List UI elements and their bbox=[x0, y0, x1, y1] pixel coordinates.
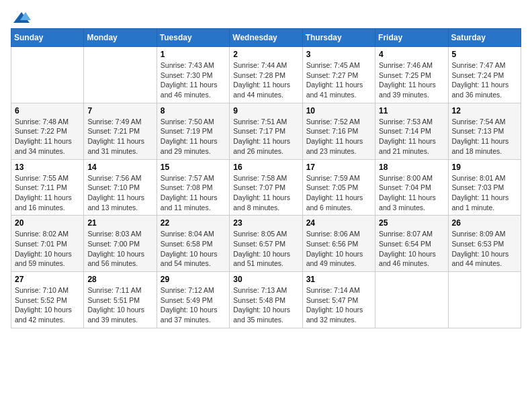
calendar-cell bbox=[375, 272, 448, 328]
day-number: 9 bbox=[233, 106, 298, 116]
calendar-cell: 15Sunrise: 7:57 AM Sunset: 7:08 PM Dayli… bbox=[157, 159, 229, 216]
day-info: Sunrise: 7:12 AM Sunset: 5:49 PM Dayligh… bbox=[161, 285, 226, 325]
day-info: Sunrise: 7:14 AM Sunset: 5:47 PM Dayligh… bbox=[306, 285, 371, 325]
day-info: Sunrise: 7:44 AM Sunset: 7:28 PM Dayligh… bbox=[233, 60, 298, 100]
day-number: 16 bbox=[233, 163, 298, 172]
day-number: 27 bbox=[15, 275, 80, 284]
page-header bbox=[11, 11, 521, 21]
calendar-cell: 21Sunrise: 8:03 AM Sunset: 7:00 PM Dayli… bbox=[84, 216, 157, 272]
calendar-week-row: 6Sunrise: 7:48 AM Sunset: 7:22 PM Daylig… bbox=[11, 103, 521, 159]
calendar-cell: 17Sunrise: 7:59 AM Sunset: 7:05 PM Dayli… bbox=[302, 159, 375, 216]
weekday-header: Friday bbox=[375, 29, 448, 47]
weekday-header: Tuesday bbox=[157, 29, 229, 47]
day-info: Sunrise: 7:10 AM Sunset: 5:52 PM Dayligh… bbox=[15, 285, 80, 325]
calendar-cell: 10Sunrise: 7:52 AM Sunset: 7:16 PM Dayli… bbox=[302, 103, 375, 159]
calendar-cell: 18Sunrise: 8:00 AM Sunset: 7:04 PM Dayli… bbox=[375, 159, 448, 216]
day-number: 17 bbox=[306, 163, 371, 172]
calendar-cell: 31Sunrise: 7:14 AM Sunset: 5:47 PM Dayli… bbox=[302, 272, 375, 328]
calendar-cell: 28Sunrise: 7:11 AM Sunset: 5:51 PM Dayli… bbox=[84, 272, 157, 328]
weekday-header: Thursday bbox=[302, 29, 375, 47]
day-number: 30 bbox=[233, 275, 298, 284]
calendar-cell: 5Sunrise: 7:47 AM Sunset: 7:24 PM Daylig… bbox=[448, 47, 521, 103]
calendar-cell: 1Sunrise: 7:43 AM Sunset: 7:30 PM Daylig… bbox=[157, 47, 229, 103]
day-number: 24 bbox=[306, 218, 371, 228]
calendar-header-row: SundayMondayTuesdayWednesdayThursdayFrid… bbox=[11, 29, 521, 47]
day-info: Sunrise: 7:13 AM Sunset: 5:48 PM Dayligh… bbox=[233, 285, 298, 325]
calendar-cell bbox=[448, 272, 521, 328]
day-number: 20 bbox=[15, 218, 80, 228]
calendar-cell: 13Sunrise: 7:55 AM Sunset: 7:11 PM Dayli… bbox=[11, 159, 84, 216]
weekday-header: Sunday bbox=[11, 29, 84, 47]
day-number: 5 bbox=[452, 50, 517, 59]
day-number: 10 bbox=[306, 106, 371, 116]
day-number: 22 bbox=[161, 218, 226, 228]
calendar-cell: 23Sunrise: 8:05 AM Sunset: 6:57 PM Dayli… bbox=[230, 216, 302, 272]
calendar-cell: 20Sunrise: 8:02 AM Sunset: 7:01 PM Dayli… bbox=[11, 216, 84, 272]
day-info: Sunrise: 8:06 AM Sunset: 6:56 PM Dayligh… bbox=[306, 229, 371, 269]
day-number: 6 bbox=[15, 106, 80, 116]
day-number: 18 bbox=[379, 163, 444, 172]
calendar-cell: 7Sunrise: 7:49 AM Sunset: 7:21 PM Daylig… bbox=[84, 103, 157, 159]
weekday-header: Saturday bbox=[448, 29, 521, 47]
day-number: 19 bbox=[452, 163, 517, 172]
logo bbox=[11, 11, 31, 21]
day-number: 11 bbox=[379, 106, 444, 116]
day-number: 23 bbox=[233, 218, 298, 228]
calendar-cell: 16Sunrise: 7:58 AM Sunset: 7:07 PM Dayli… bbox=[230, 159, 302, 216]
calendar-cell: 8Sunrise: 7:50 AM Sunset: 7:19 PM Daylig… bbox=[157, 103, 229, 159]
day-number: 21 bbox=[87, 218, 152, 228]
day-number: 13 bbox=[15, 163, 80, 172]
day-number: 4 bbox=[379, 50, 444, 59]
calendar-table: SundayMondayTuesdayWednesdayThursdayFrid… bbox=[11, 28, 521, 328]
day-number: 8 bbox=[161, 106, 226, 116]
day-number: 29 bbox=[161, 275, 226, 284]
calendar-cell bbox=[11, 47, 84, 103]
calendar-cell: 24Sunrise: 8:06 AM Sunset: 6:56 PM Dayli… bbox=[302, 216, 375, 272]
day-info: Sunrise: 8:05 AM Sunset: 6:57 PM Dayligh… bbox=[233, 229, 298, 269]
day-info: Sunrise: 8:03 AM Sunset: 7:00 PM Dayligh… bbox=[87, 229, 152, 269]
day-number: 3 bbox=[306, 50, 371, 59]
day-info: Sunrise: 7:11 AM Sunset: 5:51 PM Dayligh… bbox=[87, 285, 152, 325]
day-info: Sunrise: 7:55 AM Sunset: 7:11 PM Dayligh… bbox=[15, 173, 80, 213]
calendar-cell: 29Sunrise: 7:12 AM Sunset: 5:49 PM Dayli… bbox=[157, 272, 229, 328]
day-number: 26 bbox=[452, 218, 517, 228]
calendar-cell: 6Sunrise: 7:48 AM Sunset: 7:22 PM Daylig… bbox=[11, 103, 84, 159]
calendar-cell: 26Sunrise: 8:09 AM Sunset: 6:53 PM Dayli… bbox=[448, 216, 521, 272]
calendar-cell: 12Sunrise: 7:54 AM Sunset: 7:13 PM Dayli… bbox=[448, 103, 521, 159]
calendar-week-row: 13Sunrise: 7:55 AM Sunset: 7:11 PM Dayli… bbox=[11, 159, 521, 216]
calendar-cell bbox=[84, 47, 157, 103]
calendar-week-row: 1Sunrise: 7:43 AM Sunset: 7:30 PM Daylig… bbox=[11, 47, 521, 103]
calendar-cell: 11Sunrise: 7:53 AM Sunset: 7:14 PM Dayli… bbox=[375, 103, 448, 159]
day-info: Sunrise: 8:01 AM Sunset: 7:03 PM Dayligh… bbox=[452, 173, 517, 213]
day-info: Sunrise: 8:07 AM Sunset: 6:54 PM Dayligh… bbox=[379, 229, 444, 269]
calendar-week-row: 20Sunrise: 8:02 AM Sunset: 7:01 PM Dayli… bbox=[11, 216, 521, 272]
day-info: Sunrise: 8:02 AM Sunset: 7:01 PM Dayligh… bbox=[15, 229, 80, 269]
calendar-cell: 9Sunrise: 7:51 AM Sunset: 7:17 PM Daylig… bbox=[230, 103, 302, 159]
day-info: Sunrise: 8:04 AM Sunset: 6:58 PM Dayligh… bbox=[161, 229, 226, 269]
day-info: Sunrise: 8:09 AM Sunset: 6:53 PM Dayligh… bbox=[452, 229, 517, 269]
day-info: Sunrise: 7:57 AM Sunset: 7:08 PM Dayligh… bbox=[161, 173, 226, 213]
day-info: Sunrise: 8:00 AM Sunset: 7:04 PM Dayligh… bbox=[379, 173, 444, 213]
weekday-header: Wednesday bbox=[230, 29, 302, 47]
day-number: 14 bbox=[87, 163, 152, 172]
day-number: 31 bbox=[306, 275, 371, 284]
calendar-cell: 25Sunrise: 8:07 AM Sunset: 6:54 PM Dayli… bbox=[375, 216, 448, 272]
day-number: 25 bbox=[379, 218, 444, 228]
day-number: 2 bbox=[233, 50, 298, 59]
day-info: Sunrise: 7:45 AM Sunset: 7:27 PM Dayligh… bbox=[306, 60, 371, 100]
day-info: Sunrise: 7:51 AM Sunset: 7:17 PM Dayligh… bbox=[233, 117, 298, 156]
day-number: 28 bbox=[87, 275, 152, 284]
day-number: 7 bbox=[87, 106, 152, 116]
day-info: Sunrise: 7:48 AM Sunset: 7:22 PM Dayligh… bbox=[15, 117, 80, 156]
logo-icon bbox=[12, 11, 31, 24]
day-info: Sunrise: 7:59 AM Sunset: 7:05 PM Dayligh… bbox=[306, 173, 371, 213]
calendar-cell: 27Sunrise: 7:10 AM Sunset: 5:52 PM Dayli… bbox=[11, 272, 84, 328]
day-info: Sunrise: 7:53 AM Sunset: 7:14 PM Dayligh… bbox=[379, 117, 444, 156]
day-info: Sunrise: 7:56 AM Sunset: 7:10 PM Dayligh… bbox=[87, 173, 152, 213]
day-info: Sunrise: 7:50 AM Sunset: 7:19 PM Dayligh… bbox=[161, 117, 226, 156]
day-info: Sunrise: 7:49 AM Sunset: 7:21 PM Dayligh… bbox=[87, 117, 152, 156]
day-info: Sunrise: 7:46 AM Sunset: 7:25 PM Dayligh… bbox=[379, 60, 444, 100]
day-info: Sunrise: 7:54 AM Sunset: 7:13 PM Dayligh… bbox=[452, 117, 517, 156]
calendar-week-row: 27Sunrise: 7:10 AM Sunset: 5:52 PM Dayli… bbox=[11, 272, 521, 328]
calendar-cell: 22Sunrise: 8:04 AM Sunset: 6:58 PM Dayli… bbox=[157, 216, 229, 272]
